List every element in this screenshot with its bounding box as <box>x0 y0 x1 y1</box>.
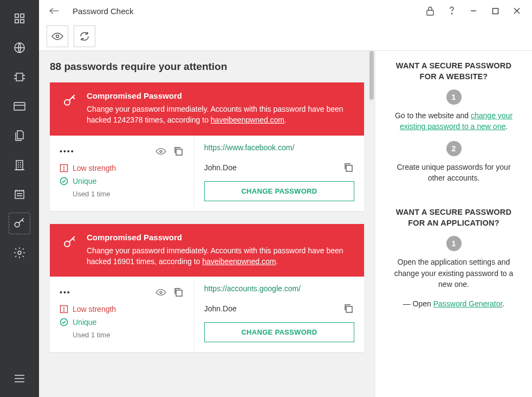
hibp-link[interactable]: haveibeenpwned.com <box>202 257 276 266</box>
tips-step: 1 Go to the website and change your exis… <box>387 89 520 132</box>
svg-point-22 <box>64 241 70 246</box>
masked-password: •••• <box>60 147 75 156</box>
results-panel: 88 passwords require your attention Comp… <box>39 51 375 397</box>
change-password-button[interactable]: CHANGE PASSWORD <box>204 181 354 201</box>
nav-web[interactable] <box>9 37 30 59</box>
svg-rect-7 <box>16 161 23 170</box>
strength-status: Low strength <box>60 164 184 172</box>
reveal-password-icon[interactable] <box>155 145 167 157</box>
tips-step: 2 Create unique passwords for your other… <box>387 141 520 184</box>
svg-point-9 <box>15 222 20 227</box>
toolbar <box>39 22 532 51</box>
key-alert-icon <box>61 91 79 126</box>
copy-username-icon[interactable] <box>342 303 354 315</box>
step-badge: 2 <box>446 141 462 156</box>
minimize-button[interactable] <box>463 2 484 20</box>
key-alert-icon <box>61 233 79 267</box>
svg-rect-13 <box>492 8 498 14</box>
nav-settings[interactable] <box>9 242 30 264</box>
used-count: Used 1 time <box>73 190 184 198</box>
svg-point-15 <box>64 100 70 105</box>
svg-point-19 <box>63 169 64 170</box>
close-button[interactable] <box>506 2 528 20</box>
change-password-button[interactable]: CHANGE PASSWORD <box>204 322 354 342</box>
svg-rect-0 <box>15 14 18 17</box>
strength-status: Low strength <box>60 305 184 313</box>
svg-point-10 <box>18 251 21 254</box>
reveal-all-button[interactable] <box>47 25 68 47</box>
copy-username-icon[interactable] <box>342 162 354 174</box>
svg-rect-3 <box>21 20 24 23</box>
card-description: Change your password immediately. Accoun… <box>87 245 353 267</box>
svg-rect-2 <box>15 20 18 23</box>
account-username: John.Doe <box>204 304 237 313</box>
help-icon[interactable] <box>441 2 463 20</box>
password-card: Compromised Password Change your passwor… <box>50 224 364 353</box>
svg-rect-17 <box>176 149 182 155</box>
tips-hint: — Open Password Generator. <box>387 298 520 309</box>
account-url[interactable]: https://accounts.google.com/ <box>204 284 354 293</box>
reveal-password-icon[interactable] <box>155 286 167 298</box>
svg-rect-11 <box>427 10 433 15</box>
step-badge: 1 <box>446 89 462 105</box>
tips-title-application: WANT A SECURE PASSWORD FOR AN APPLICATIO… <box>387 207 520 228</box>
back-button[interactable] <box>46 2 63 20</box>
password-card: Compromised Password Change your passwor… <box>50 82 364 211</box>
tips-step: 1 Open the application settings and chan… <box>387 236 520 290</box>
nav-password-check[interactable] <box>9 213 30 234</box>
nav-documents[interactable] <box>9 125 30 146</box>
nav-notes[interactable] <box>9 183 30 205</box>
svg-rect-5 <box>16 73 23 81</box>
tips-panel: WANT A SECURE PASSWORD FOR A WEBSITE? 1 … <box>375 51 532 397</box>
copy-password-icon[interactable] <box>172 286 184 298</box>
masked-password: ••• <box>60 288 71 297</box>
scrollbar-thumb[interactable] <box>369 51 374 100</box>
account-url[interactable]: https://www.facebook.com/ <box>204 143 354 152</box>
card-header: Compromised Password Change your passwor… <box>50 82 364 136</box>
password-generator-link[interactable]: Password Generator <box>433 299 503 308</box>
step-badge: 1 <box>446 236 462 251</box>
unique-status: Unique <box>60 318 184 326</box>
svg-point-26 <box>63 311 64 311</box>
svg-rect-24 <box>176 290 182 296</box>
card-title: Compromised Password <box>87 91 353 100</box>
svg-rect-21 <box>346 165 352 171</box>
unique-status: Unique <box>60 177 184 185</box>
tips-title-website: WANT A SECURE PASSWORD FOR A WEBSITE? <box>387 61 520 82</box>
nav-card[interactable] <box>9 95 30 117</box>
nav-building[interactable] <box>9 154 30 176</box>
titlebar: Password Check <box>39 0 532 22</box>
svg-rect-8 <box>15 191 24 198</box>
used-count: Used 1 time <box>73 331 184 339</box>
svg-point-12 <box>451 13 452 14</box>
svg-point-16 <box>160 150 162 152</box>
maximize-button[interactable] <box>484 2 506 20</box>
copy-password-icon[interactable] <box>172 145 184 157</box>
svg-rect-1 <box>21 14 24 17</box>
card-description: Change your password immediately. Accoun… <box>87 104 353 126</box>
nav-menu[interactable] <box>9 368 30 389</box>
nav-device[interactable] <box>9 66 30 88</box>
svg-point-14 <box>56 35 59 37</box>
account-username: John.Doe <box>204 163 237 172</box>
sidebar <box>0 0 39 397</box>
refresh-button[interactable] <box>74 25 95 47</box>
page-title: Password Check <box>73 7 419 16</box>
card-header: Compromised Password Change your passwor… <box>50 224 364 277</box>
nav-dashboard[interactable] <box>9 8 30 29</box>
hibp-link[interactable]: haveibeenpwned.com <box>211 116 284 124</box>
summary-heading: 88 passwords require your attention <box>50 61 364 73</box>
lock-icon[interactable] <box>419 2 441 20</box>
svg-point-23 <box>160 291 162 293</box>
svg-rect-6 <box>14 103 25 110</box>
svg-rect-28 <box>346 306 352 312</box>
card-title: Compromised Password <box>87 233 353 242</box>
